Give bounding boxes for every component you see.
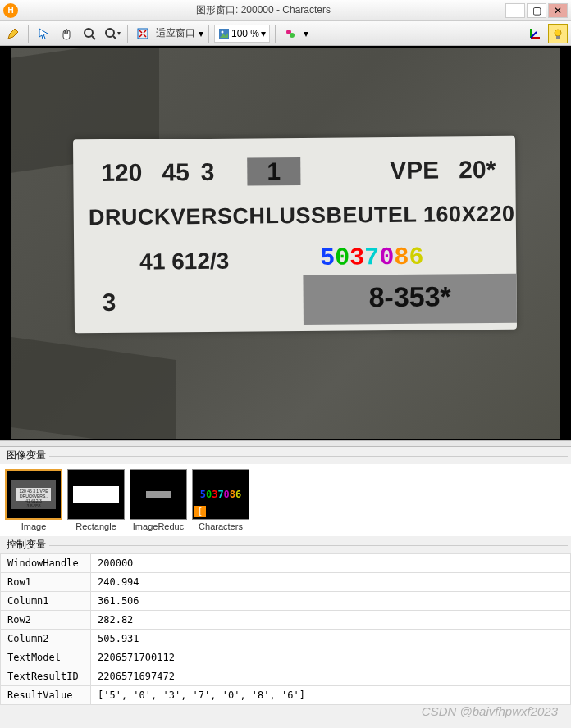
svg-rect-4 [138,29,148,39]
thumb-label: Image [5,521,62,531]
label-text: DRUCKVERSCHLUSSBEUTEL 160X220 [88,203,514,230]
thumb-label: ImageReduc [130,521,187,531]
label-box: 1 [247,157,300,186]
label-text: VPE [390,157,439,183]
label-box: 8-353* [303,274,517,325]
window-title: 图形窗口: 200000 - Characters [23,3,504,17]
var-name: WindowHandle [1,554,91,573]
label-text: 3 [200,160,214,184]
var-value: 200000 [91,554,571,573]
maximize-button[interactable]: ▢ [527,3,546,18]
label-text: 20* [459,157,496,182]
table-row[interactable]: Column2505.931 [1,630,571,648]
label-text: 41 612/3 [139,250,229,274]
svg-point-2 [106,29,114,37]
var-value: 2206571700112 [91,648,571,667]
svg-point-0 [85,29,93,37]
separator [28,25,29,43]
image-icon [218,28,230,39]
titlebar: H 图形窗口: 200000 - Characters ─ ▢ ✕ [0,0,571,21]
section-header-control-vars: 控制变量 [0,536,571,553]
separator [127,25,128,43]
table-row[interactable]: Row1240.994 [1,573,571,592]
var-name: Column1 [1,592,91,611]
var-value: 505.931 [91,630,571,648]
separator [208,25,209,43]
separator [275,25,276,43]
var-name: TextResultID [1,667,91,686]
svg-rect-13 [556,36,560,39]
label-text: 45 [162,160,190,184]
axes-icon[interactable] [525,24,545,43]
fit-window-label: 适应窗口 [156,26,195,40]
svg-point-6 [222,30,224,33]
var-value: 282.82 [91,611,571,630]
hand-icon[interactable] [57,24,76,43]
var-value: 2206571697472 [91,667,571,686]
table-row[interactable]: WindowHandle200000 [1,554,571,573]
table-row[interactable]: TextResultID2206571697472 [1,667,571,686]
dropdown-icon[interactable]: ▾ [199,28,203,39]
thumb-label: Characters [192,521,249,531]
image-canvas[interactable]: 120 45 3 1 VPE 20* DRUCKVERSCHLUSSBEUTEL… [11,48,560,439]
color-tool-icon[interactable] [281,24,300,43]
svg-point-12 [555,30,561,36]
thumb-label: Rectangle [67,521,125,531]
zoom-value: 100 % [231,28,259,39]
badge-icon: [ ] [194,506,206,517]
splitter[interactable] [0,440,571,447]
label-text: 3 [102,290,116,315]
dropdown-icon[interactable]: ▾ [261,28,266,39]
zoom-dropdown-icon[interactable] [103,24,122,43]
zoom-control[interactable]: 100 % ▾ [214,25,270,43]
ocr-result-overlay: 5037086 [320,245,423,271]
var-name: ResultValue [1,686,91,705]
table-row[interactable]: Column1361.506 [1,592,571,611]
var-name: Row2 [1,611,91,630]
svg-point-8 [290,33,295,38]
section-header-image-vars: 图像变量 [0,447,571,464]
fit-window-icon[interactable] [133,24,153,43]
table-row[interactable]: TextModel2206571700112 [1,648,571,667]
pointer-icon[interactable] [34,24,53,43]
bulb-icon[interactable] [548,24,568,43]
svg-line-3 [113,36,116,39]
label-text: 120 [101,161,142,185]
edit-icon[interactable] [3,24,23,43]
var-value: 361.506 [91,592,571,611]
var-name: Row1 [1,573,91,592]
thumb-rectangle[interactable]: Rectangle [67,469,125,531]
var-name: Column2 [1,630,91,648]
var-name: TextModel [1,648,91,667]
svg-line-11 [531,32,537,38]
table-row[interactable]: Row2282.82 [1,611,571,630]
minimize-button[interactable]: ─ [505,3,525,18]
image-viewer[interactable]: 120 45 3 1 VPE 20* DRUCKVERSCHLUSSBEUTEL… [0,46,571,440]
thumb-image[interactable]: 120 45 3 1 VPEDRUCKVERS..41 612/33 8-353… [5,469,62,531]
toolbar: 适应窗口 ▾ 100 % ▾ ▾ [0,21,571,46]
close-button[interactable]: ✕ [548,3,568,18]
variables-table: WindowHandle200000 Row1240.994 Column136… [0,553,571,705]
thumbnail-strip: 120 45 3 1 VPEDRUCKVERS..41 612/33 8-353… [0,464,571,536]
var-value: ['5', '0', '3', '7', '0', '8', '6'] [91,686,571,705]
zoom-icon[interactable] [80,24,99,43]
thumb-characters[interactable]: 5037086 [ ] Characters [192,469,249,531]
thumb-imagereduced[interactable]: ImageReduc [130,469,187,531]
var-value: 240.994 [91,573,571,592]
table-row[interactable]: ResultValue['5', '0', '3', '7', '0', '8'… [1,686,571,705]
app-icon: H [3,3,18,18]
dropdown-icon[interactable]: ▾ [304,28,308,39]
label-content: 120 45 3 1 VPE 20* DRUCKVERSCHLUSSBEUTEL… [72,136,516,334]
svg-line-1 [92,36,95,39]
